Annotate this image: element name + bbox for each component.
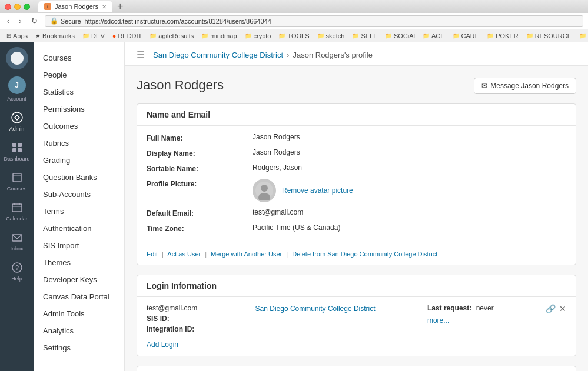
name-email-title: Name and Email bbox=[147, 110, 566, 119]
integration-id-label: Integration ID: bbox=[147, 325, 194, 333]
link-icon[interactable]: 🔗 bbox=[546, 304, 556, 313]
sidebar-item-admin[interactable]: Admin bbox=[0, 106, 34, 136]
delete-link[interactable]: Delete from San Diego Community College … bbox=[292, 250, 437, 258]
bookmarks-bar: ⊞ Apps ★ Bookmarks 📁 DEV ● REDDIT 📁 agil… bbox=[0, 29, 588, 42]
bookmark-social[interactable]: 📁 SOCiAl bbox=[382, 32, 418, 40]
sidebar-item-terms[interactable]: Terms bbox=[34, 203, 124, 220]
help-icon: ? bbox=[11, 261, 24, 274]
sidebar-item-developer-keys[interactable]: Developer Keys bbox=[34, 271, 124, 288]
login-info-header: Login Information bbox=[137, 275, 576, 297]
bookmark-crypto[interactable]: 📁 crypto bbox=[242, 32, 274, 40]
enrollments-header: Enrollments bbox=[137, 366, 576, 371]
refresh-button[interactable]: ↻ bbox=[29, 15, 40, 26]
edit-link[interactable]: Edit bbox=[147, 250, 158, 258]
tab-favicon: i bbox=[44, 3, 51, 10]
bookmark-bookmarks[interactable]: ★ Bookmarks bbox=[32, 32, 78, 40]
url-text: https://sdccd.test.instructure.com/accou… bbox=[85, 18, 271, 25]
minimize-button[interactable] bbox=[14, 4, 21, 10]
bookmark-sketch[interactable]: 📁 sketch bbox=[314, 32, 348, 40]
tab-close-button[interactable]: ✕ bbox=[102, 4, 107, 10]
new-tab-button[interactable]: + bbox=[117, 1, 124, 13]
svg-point-15 bbox=[261, 185, 268, 192]
sidebar-item-courses[interactable]: Courses bbox=[0, 166, 34, 196]
bookmark-reddit[interactable]: ● REDDIT bbox=[109, 32, 145, 40]
add-login-link[interactable]: Add Login bbox=[147, 340, 566, 349]
bookmark-care[interactable]: 📁 CARE bbox=[450, 32, 483, 40]
sidebar-item-dashboard[interactable]: Dashboard bbox=[0, 136, 34, 166]
logo-inner bbox=[11, 52, 24, 65]
login-action-icons: 🔗 ✕ bbox=[546, 304, 566, 313]
sidebar-item-permissions[interactable]: Permissions bbox=[34, 101, 124, 118]
sidebar-item-question-banks[interactable]: Question Banks bbox=[34, 169, 124, 186]
bookmark-self[interactable]: 📁 SELF bbox=[349, 32, 380, 40]
display-name-row: Display Name: Jason Rodgers bbox=[147, 148, 566, 158]
bookmark-mindmap-label: mindmap bbox=[210, 32, 237, 39]
sidebar-item-inbox[interactable]: Inbox bbox=[0, 226, 34, 256]
bookmark-resource[interactable]: 📁 RESOURCE bbox=[523, 32, 574, 40]
sidebar-item-outcomes[interactable]: Outcomes bbox=[34, 118, 124, 135]
avatar bbox=[253, 179, 276, 202]
close-button[interactable] bbox=[5, 4, 11, 10]
sidebar-item-canvas-data-portal[interactable]: Canvas Data Portal bbox=[34, 288, 124, 305]
login-email: test@gmail.com bbox=[147, 304, 197, 312]
svg-rect-3 bbox=[12, 148, 16, 152]
sidebar-item-themes[interactable]: Themes bbox=[34, 254, 124, 271]
default-email-value: test@gmail.com bbox=[253, 208, 566, 216]
display-name-value: Jason Rodgers bbox=[253, 148, 566, 156]
sidebar-item-sub-accounts[interactable]: Sub-Accounts bbox=[34, 186, 124, 203]
institution-link[interactable]: San Diego Community College District bbox=[255, 305, 376, 313]
maximize-button[interactable] bbox=[24, 4, 30, 10]
bookmark-agile[interactable]: 📁 agileResults bbox=[147, 32, 197, 40]
merge-link[interactable]: Merge with Another User bbox=[211, 250, 282, 258]
sidebar-item-help[interactable]: ? Help bbox=[0, 256, 34, 286]
sidebar-item-analytics[interactable]: Analytics bbox=[34, 322, 124, 339]
sis-id-label: SIS ID: bbox=[147, 315, 170, 323]
bookmark-apps[interactable]: ⊞ Apps bbox=[4, 32, 31, 40]
bookmark-mindmap[interactable]: 📁 mindmap bbox=[198, 32, 240, 40]
message-button[interactable]: ✉ Message Jason Rodgers bbox=[474, 78, 576, 94]
back-button[interactable]: ‹ bbox=[5, 15, 12, 26]
bookmark-bookmarks-label: Bookmarks bbox=[42, 32, 75, 39]
folder-icon-9: 📁 bbox=[423, 32, 430, 39]
login-email-row: test@gmail.com bbox=[147, 304, 197, 312]
forward-button[interactable]: › bbox=[16, 15, 24, 26]
sidebar-item-grading[interactable]: Grading bbox=[34, 152, 124, 169]
edit-sep-2: | bbox=[205, 250, 207, 258]
sidebar-item-admin-tools[interactable]: Admin Tools bbox=[34, 305, 124, 322]
bookmark-ace[interactable]: 📁 ACE bbox=[420, 32, 448, 40]
secure-label: Secure bbox=[61, 18, 81, 25]
bookmark-dev[interactable]: 📁 DEV bbox=[79, 32, 108, 40]
folder-icon: 📁 bbox=[82, 32, 89, 39]
login-info-card: Login Information test@gmail.com SIS ID: bbox=[137, 275, 576, 356]
bookmark-tools[interactable]: 📁 TOOLS bbox=[275, 32, 312, 40]
sidebar-item-settings[interactable]: Settings bbox=[34, 339, 124, 356]
sidebar-item-rubrics[interactable]: Rubrics bbox=[34, 135, 124, 152]
bookmark-tools-label: TOOLS bbox=[287, 32, 309, 39]
sidebar-item-statistics[interactable]: Statistics bbox=[34, 83, 124, 101]
bookmark-poker[interactable]: 📁 POKER bbox=[484, 32, 521, 40]
sidebar-item-sis-import[interactable]: SIS Import bbox=[34, 237, 124, 254]
nav-bar: ‹ › ↻ 🔒 Secure https://sdccd.test.instru… bbox=[0, 13, 588, 29]
full-name-value: Jason Rodgers bbox=[253, 133, 566, 141]
avatar-row: Remove avatar picture bbox=[253, 179, 353, 202]
sidebar-item-people[interactable]: People bbox=[34, 66, 124, 83]
delete-login-icon[interactable]: ✕ bbox=[559, 304, 566, 313]
browser-tab[interactable]: i Jason Rodgers ✕ bbox=[38, 1, 112, 12]
left-sidebar: J Account Admin Dashboard Courses Cale bbox=[0, 42, 34, 371]
profile-header: Jason Rodgers ✉ Message Jason Rodgers bbox=[137, 78, 576, 94]
folder-icon-10: 📁 bbox=[453, 32, 460, 39]
remove-avatar-link[interactable]: Remove avatar picture bbox=[282, 186, 353, 195]
act-as-user-link[interactable]: Act as User bbox=[167, 250, 201, 258]
url-bar[interactable]: 🔒 Secure https://sdccd.test.instructure.… bbox=[45, 15, 583, 27]
breadcrumb-parent[interactable]: San Diego Community College District bbox=[153, 51, 283, 59]
account-avatar: J bbox=[8, 76, 26, 94]
sidebar-item-calendar[interactable]: Calendar bbox=[0, 196, 34, 226]
sidebar-item-authentication[interactable]: Authentication bbox=[34, 220, 124, 237]
login-middle: San Diego Community College District bbox=[255, 304, 376, 313]
bookmark-reddit-label: REDDIT bbox=[118, 32, 142, 39]
hamburger-button[interactable]: ☰ bbox=[137, 49, 145, 61]
sidebar-item-courses[interactable]: Courses bbox=[34, 49, 124, 66]
more-link[interactable]: more... bbox=[427, 316, 449, 325]
sidebar-item-account[interactable]: J Account bbox=[0, 72, 34, 106]
bookmark-sdccd[interactable]: 📁 SDCCD bbox=[576, 32, 588, 40]
